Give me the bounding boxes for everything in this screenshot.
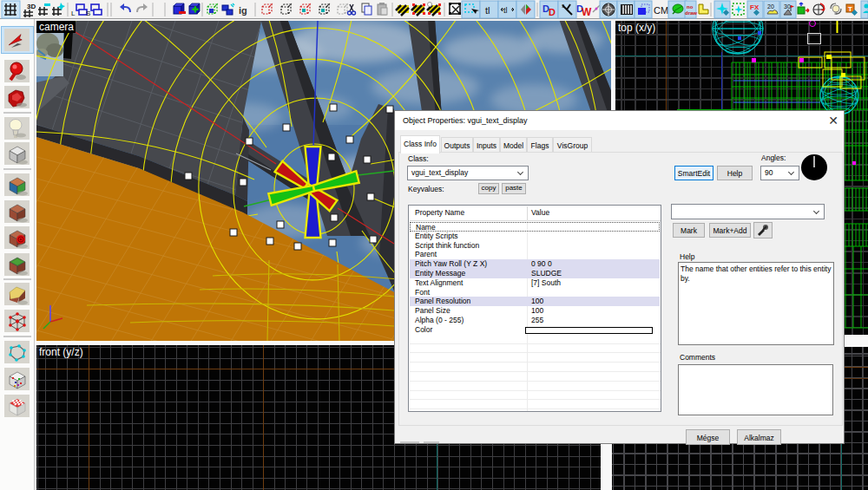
svg-text:tl: tl <box>503 6 508 15</box>
svg-text:FX: FX <box>750 3 760 11</box>
svg-text:3D: 3D <box>27 3 36 10</box>
svg-text:30: 30 <box>784 3 791 10</box>
svg-text:S: S <box>86 10 90 17</box>
svg-text:draw: draw <box>685 10 697 16</box>
svg-text:20: 20 <box>767 3 774 10</box>
svg-text:T: T <box>848 5 852 13</box>
svg-text:D: D <box>549 7 556 17</box>
svg-text:no: no <box>687 4 694 10</box>
svg-text:camera: camera <box>39 21 74 33</box>
svg-text:L: L <box>71 10 76 17</box>
svg-text:tl: tl <box>485 5 490 16</box>
svg-text:ig: ig <box>239 5 247 16</box>
svg-text:W: W <box>582 6 592 18</box>
svg-text:CM: CM <box>654 5 668 16</box>
